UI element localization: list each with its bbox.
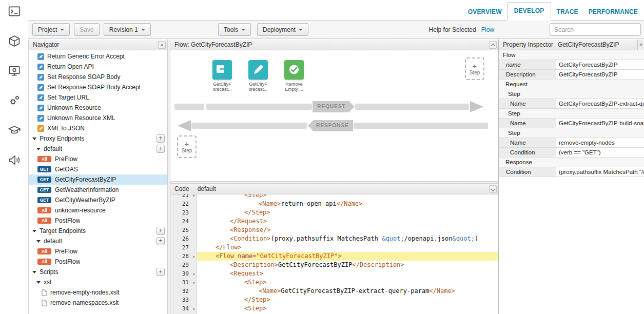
code-line-text: <Description>GetCityForecastByZIP</Descr…	[197, 261, 498, 269]
gutter-line-33[interactable]: 33	[170, 296, 197, 304]
fold-arrow-icon[interactable]: ▾	[192, 279, 195, 287]
deployment-button[interactable]: Deployment	[257, 23, 308, 36]
navigator-subsection-default[interactable]: default+	[29, 144, 167, 154]
add-step-button-bottom[interactable]: + Step	[177, 135, 197, 158]
flow-step-3[interactable]: RemoveEmpty ...	[280, 60, 308, 92]
collapse-navigator-button[interactable]: «	[158, 41, 166, 49]
tab-overview[interactable]: OVERVIEW	[463, 4, 507, 21]
navigator-item-set-target-url[interactable]: Set Target URL	[29, 92, 167, 103]
terminal-icon[interactable]	[8, 5, 21, 18]
code-line-26[interactable]: 26<Condition>(proxy.pathsuffix MatchesPa…	[170, 234, 498, 243]
navigator-item-preflow[interactable]: AllPreFlow	[29, 246, 167, 257]
inspector-property-value[interactable]: (proxy.pathsuffix MatchesPath "/c	[556, 167, 644, 176]
inspector-property-value[interactable]: GetCityForecastByZIP-build-soap	[556, 119, 644, 128]
fold-arrow-icon[interactable]: ▾	[192, 270, 195, 279]
gears-icon[interactable]	[8, 94, 21, 107]
collapse-flow-button[interactable]	[489, 41, 497, 49]
navigator-item-preflow[interactable]: AllPreFlow	[29, 154, 167, 164]
tab-performance[interactable]: PERFORMANCE	[583, 4, 643, 21]
navigator-item-unknown-resource[interactable]: Allunknown-resource	[29, 205, 167, 215]
gutter-line-24[interactable]: 24	[170, 217, 197, 226]
gutter-line-34[interactable]: 34▾	[170, 304, 197, 313]
add-step-button-top[interactable]: + Step	[465, 57, 484, 80]
help-target-link[interactable]: Flow	[481, 26, 494, 33]
fold-arrow-icon[interactable]: ▾	[192, 305, 195, 313]
code-line-22[interactable]: 22<Name>return-open-api</Name>	[170, 200, 498, 208]
code-line-27[interactable]: 27</Flow>	[170, 243, 498, 252]
code-line-30[interactable]: 30▾<Request>	[170, 269, 498, 278]
navigator-item-set-response-soap-body-accept[interactable]: Set Response SOAP Body Accept	[29, 82, 167, 92]
navigator-item-getcityforecastbyzip[interactable]: GETGetCityForecastByZIP	[29, 174, 167, 185]
navigator-section-proxy-endpoints[interactable]: Proxy Endpoints+	[29, 133, 167, 144]
gutter-line-27[interactable]: 27	[170, 243, 197, 252]
navigator-item-return-open-api[interactable]: Return Open API	[29, 62, 167, 72]
gutter-line-21[interactable]: 21▾	[170, 194, 197, 200]
navigator-item-xml-to-json[interactable]: XML to JSON	[29, 123, 167, 133]
add-default-button[interactable]: +	[157, 237, 165, 245]
gutter-line-31[interactable]: 31▾	[170, 278, 197, 287]
tab-develop[interactable]: DEVELOP	[507, 2, 552, 21]
code-line-21[interactable]: 21▾<Step>	[170, 194, 498, 200]
gutter-line-22[interactable]: 22	[170, 200, 197, 208]
inspector-section-response: Response	[499, 158, 644, 167]
code-line-23[interactable]: 23</Step>	[170, 208, 498, 217]
package-icon[interactable]	[8, 34, 21, 48]
gutter-line-29[interactable]: 29	[170, 261, 197, 269]
navigator-item-unknown-resource-xml[interactable]: Unknown Resource XML	[29, 113, 167, 123]
megaphone-icon[interactable]	[8, 153, 21, 167]
gutter-line-25[interactable]: 25	[170, 226, 197, 234]
code-line-28[interactable]: 28▾<Flow name="GetCityForecastByZIP">	[170, 252, 498, 261]
code-line-29[interactable]: 29<Description>GetCityForecastByZIP</Des…	[170, 261, 498, 269]
navigator-subsection-xsl[interactable]: xsl	[29, 277, 167, 287]
gutter-line-30[interactable]: 30▾	[170, 269, 197, 278]
flow-step-2[interactable]: GetCityForecast...	[244, 60, 272, 92]
navigator-section-scripts[interactable]: Scripts+	[29, 267, 167, 277]
code-line-34[interactable]: 34▾<Step>	[170, 304, 498, 313]
navigator-item-getcityweatherbyzip[interactable]: GETGetCityWeatherByZIP	[29, 195, 167, 205]
code-line-33[interactable]: 33</Step>	[170, 296, 498, 304]
response-label: RESPONSE	[308, 120, 353, 131]
inspector-property-value[interactable]: GetCityForecastByZIP	[556, 60, 644, 69]
inspector-property-value[interactable]: remove-empty-nodes	[556, 138, 644, 147]
add-proxy-endpoints-button[interactable]: +	[157, 134, 165, 143]
gutter-line-23[interactable]: 23	[170, 208, 197, 217]
graduation-cap-icon[interactable]	[8, 124, 21, 137]
navigator-item-return-generic-error-accept[interactable]: Return Generic Error Accept	[29, 51, 167, 62]
code-line-32[interactable]: 32<Name>GetCityForecastByZIP-extract-que…	[170, 287, 498, 296]
code-line-24[interactable]: 24</Request>	[170, 217, 498, 226]
tools-button[interactable]: Tools	[218, 23, 251, 36]
tab-trace[interactable]: TRACE	[551, 4, 583, 21]
add-scripts-button[interactable]: +	[157, 268, 165, 276]
project-button[interactable]: Project	[32, 23, 70, 36]
navigator-item-unknown-resource[interactable]: Unknown Resource	[29, 103, 167, 113]
navigator-item-getweatherinformation[interactable]: GETGetWeatherInformation	[29, 185, 167, 195]
code-editor[interactable]: 21▾<Step>22<Name>return-open-api</Name>2…	[170, 194, 498, 314]
inspector-property-value[interactable]: GetCityForecastByZIP-extract-query-param	[556, 99, 644, 108]
devices-icon[interactable]	[8, 64, 21, 77]
flow-step-1[interactable]: GetCityForecast...	[208, 60, 236, 92]
navigator-item-remove-namespaces-xslt[interactable]: remove-namespaces.xslt	[29, 298, 167, 308]
gutter-line-26[interactable]: 26	[170, 234, 197, 243]
save-button[interactable]: Save	[74, 23, 99, 36]
search-input[interactable]	[550, 23, 641, 36]
gutter-line-28[interactable]: 28▾	[170, 252, 197, 261]
revision-button[interactable]: Revision 1	[104, 23, 151, 36]
gutter-line-32[interactable]: 32	[170, 287, 197, 296]
code-line-25[interactable]: 25<Response/>	[170, 226, 498, 234]
inspector-property-value[interactable]: (verb == "GET")	[556, 148, 644, 157]
add-target-endpoints-button[interactable]: +	[157, 227, 165, 235]
code-line-31[interactable]: 31▾<Step>	[170, 278, 498, 287]
fold-arrow-icon[interactable]: ▾	[192, 252, 195, 261]
code-panel-subtitle[interactable]: default	[198, 185, 216, 192]
add-default-button[interactable]: +	[157, 145, 165, 153]
navigator-subsection-default[interactable]: default+	[29, 236, 167, 246]
navigator-item-getoas[interactable]: GETGetOAS	[29, 164, 167, 174]
expand-code-button[interactable]	[489, 185, 497, 193]
navigator-item-postflow[interactable]: AllPostFlow	[29, 257, 167, 267]
expand-inspector-button[interactable]: »	[637, 40, 644, 50]
navigator-item-postflow[interactable]: AllPostFlow	[29, 215, 167, 226]
navigator-item-remove-empty-nodes-xslt[interactable]: remove-empty-nodes.xslt	[29, 287, 167, 298]
navigator-item-set-response-soap-body[interactable]: Set Response SOAP Body	[29, 72, 167, 82]
navigator-section-target-endpoints[interactable]: Target Endpoints+	[29, 226, 167, 236]
inspector-property-value[interactable]: GetCityForecastByZIP	[556, 70, 644, 79]
